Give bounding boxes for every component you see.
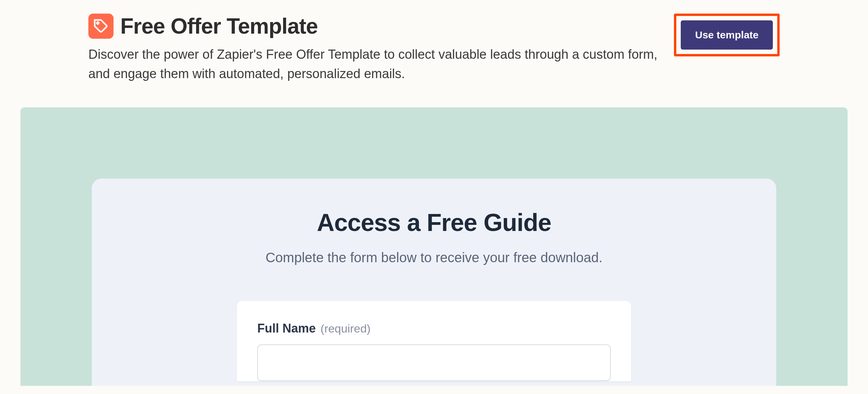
full-name-label: Full Name xyxy=(257,321,316,336)
cta-highlight-box: Use template xyxy=(674,14,780,56)
form-subtitle: Complete the form below to receive your … xyxy=(126,250,742,265)
page-title: Free Offer Template xyxy=(120,14,318,39)
inner-form-panel: Full Name (required) xyxy=(237,301,631,381)
header-row: Free Offer Template Discover the power o… xyxy=(88,14,780,84)
field-label-row: Full Name (required) xyxy=(257,321,611,336)
title-row: Free Offer Template xyxy=(88,14,664,39)
header-left: Free Offer Template Discover the power o… xyxy=(88,14,664,84)
required-indicator: (required) xyxy=(320,322,370,335)
page-description: Discover the power of Zapier's Free Offe… xyxy=(88,45,664,84)
template-preview-area: Access a Free Guide Complete the form be… xyxy=(20,107,848,386)
form-title: Access a Free Guide xyxy=(126,209,742,236)
tag-icon xyxy=(88,14,114,39)
use-template-button[interactable]: Use template xyxy=(681,20,773,50)
svg-point-0 xyxy=(97,22,99,24)
full-name-input[interactable] xyxy=(257,344,611,381)
form-card: Access a Free Guide Complete the form be… xyxy=(92,179,776,386)
